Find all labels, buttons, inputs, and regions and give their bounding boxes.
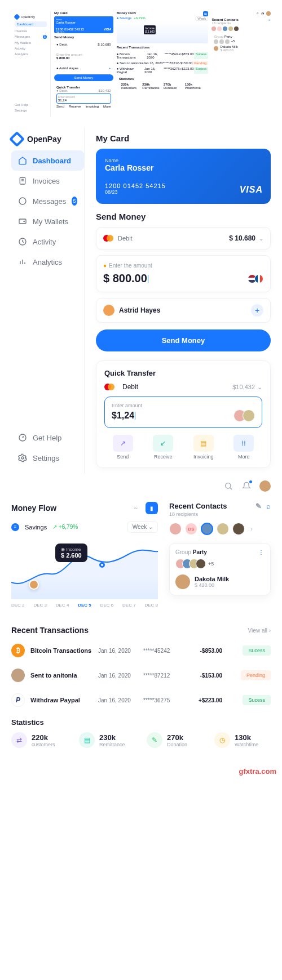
edit-icon[interactable]: ✎	[255, 502, 262, 510]
nav-label: Dashboard	[33, 157, 71, 165]
transaction-row[interactable]: ₿Bitcoin TransactionsJan 16, 2020*****45…	[0, 638, 282, 663]
amount-input-card: ●Enter the amount $ 800.00	[96, 255, 271, 292]
chevron-down-icon: ⌄	[259, 235, 263, 242]
transaction-name: Sent to anitonia	[30, 672, 92, 679]
nav-activity[interactable]: Activity	[11, 231, 84, 252]
dashboard-thumbnail: OpenPay Dashboard Invoices Messages5 My …	[11, 11, 271, 117]
search-icon[interactable]: ⌕	[266, 502, 271, 510]
svg-rect-4	[19, 219, 26, 224]
transaction-status: Sucess	[243, 645, 271, 656]
currency-selector[interactable]	[250, 274, 263, 283]
visa-logo: VISA	[240, 185, 263, 195]
transaction-row[interactable]: ● Bitcoin TransactionsJan 16, 2020*****4…	[117, 51, 209, 60]
nav-help[interactable]: Get Help	[15, 102, 47, 108]
nav-dashboard[interactable]: Dashboard	[15, 21, 47, 27]
contacts-title: Recent Contacts	[169, 502, 227, 510]
amount-input[interactable]: $ 800.00	[103, 272, 147, 285]
nav-settings[interactable]: Settings	[15, 108, 47, 113]
gear-icon	[18, 453, 27, 462]
trend-icon[interactable]: ～	[130, 502, 142, 514]
person-name: Dakota Milk	[195, 576, 229, 582]
document-icon	[18, 176, 27, 185]
avatar[interactable]	[266, 11, 271, 16]
quick-more-button[interactable]: ⁞⁞More	[226, 435, 263, 460]
card-expiry: 08/23	[105, 189, 262, 195]
nav-activity[interactable]: Activity	[15, 46, 47, 51]
credit-card[interactable]: Name Carla Rosser 1200 01452 54215 08/23…	[96, 149, 271, 204]
quick-transfer-card: Quick Transfer Debit $10,432 ⌄ Enter amo…	[96, 360, 271, 468]
quick-amount-input[interactable]: Enter amount $1,24	[104, 397, 262, 428]
logo[interactable]: OpenPay	[11, 133, 84, 150]
stat-icon: ⇄	[11, 732, 27, 748]
profile-avatar[interactable]	[259, 480, 271, 492]
debit-label: Debit	[118, 235, 133, 242]
stat-icon: ▤	[79, 732, 95, 748]
nav-label: Get Help	[33, 434, 61, 442]
quick-amount-input[interactable]: Enter amount$1,24	[56, 93, 111, 104]
stat-value: 230k	[99, 733, 125, 742]
group-avatars: +5	[175, 559, 265, 569]
add-recipient-button[interactable]: +	[251, 304, 263, 317]
contact-avatar[interactable]: DS	[185, 523, 197, 535]
contact-avatar[interactable]	[169, 523, 182, 535]
transaction-row[interactable]: Sent to anitoniaJan 16, 2020*****87212-$…	[0, 663, 282, 688]
nav-messages[interactable]: Messages5	[15, 34, 47, 40]
transaction-row[interactable]: ● Withdraw PaypalJan 16, 2020*****36275+…	[117, 66, 209, 75]
transaction-card: *****36275	[143, 697, 183, 703]
nav-analytics[interactable]: Analytics	[15, 51, 47, 57]
bell-icon[interactable]: ◔	[261, 11, 264, 16]
nav-dashboard[interactable]: Dashboard	[11, 150, 84, 171]
chart-icon	[18, 257, 27, 266]
transaction-row[interactable]: ● Sent to anitoniaJan 16, 2020*****87212…	[117, 60, 209, 66]
bar-chart-icon[interactable]: ▮	[146, 502, 158, 514]
send-money-button[interactable]: Send Money	[96, 329, 271, 351]
recipient-row[interactable]: ● Astrid Hayes+	[54, 64, 113, 72]
quick-method-selector[interactable]: Debit $10,432 ⌄	[104, 383, 262, 391]
nav-wallets[interactable]: My Wallets	[11, 211, 84, 231]
notification-icon[interactable]	[241, 481, 252, 491]
search-icon[interactable]	[223, 481, 233, 491]
range-selector[interactable]: Week ⌄	[127, 521, 158, 533]
nav-settings[interactable]: Settings	[11, 448, 84, 468]
stat-item: ◷130kWatchtime	[214, 732, 271, 748]
contact-avatar[interactable]	[232, 523, 245, 535]
nav-wallets[interactable]: My Wallets	[15, 40, 47, 46]
transaction-status: Pending	[241, 670, 271, 680]
nav-label: Activity	[33, 238, 56, 246]
quick-receive-button[interactable]: ↙Receive	[145, 435, 182, 460]
quick-send-button[interactable]: ↗Send	[104, 435, 142, 460]
sidebar: OpenPay Dashboard Invoices Messages 5 My…	[0, 128, 85, 474]
nav-help[interactable]: Get Help	[11, 427, 84, 448]
transaction-row[interactable]: PWithdraw PaypalJan 16, 2020*****36275+$…	[0, 688, 282, 712]
nav-invoices[interactable]: Invoices	[11, 171, 84, 191]
view-all-link[interactable]: View all ›	[248, 627, 271, 634]
debit-card-selector[interactable]: ● Debit$ 10.680	[54, 41, 113, 48]
mycard-title: My Card	[96, 133, 271, 143]
nav-badge: 5	[72, 197, 77, 206]
contact-avatar[interactable]	[201, 523, 213, 535]
search-icon[interactable]: ⌕	[257, 11, 259, 16]
group-card[interactable]: GroupParty ⋮ +5 Dakota Milk $ 420.00	[169, 543, 271, 595]
nav-label: My Wallets	[33, 217, 68, 226]
nav-messages[interactable]: Messages 5	[11, 191, 84, 211]
nav-invoices[interactable]: Invoices	[15, 28, 47, 34]
recipient-selector[interactable]: Astrid Hayes +	[96, 298, 271, 323]
group-card[interactable]: Group Party +5 Dakota Milk$ 420.00	[211, 33, 271, 54]
credit-card[interactable]: Name Carla Rosser 1200 01452 5421508/23 …	[54, 16, 113, 33]
send-button[interactable]: Send Money	[54, 74, 113, 81]
chevron-right-icon[interactable]: ›	[250, 525, 253, 533]
transaction-date: Jan 16, 2020	[98, 648, 138, 654]
card-holder-name: Carla Rosser	[105, 163, 262, 172]
contact-avatar[interactable]	[217, 523, 229, 535]
chevron-down-icon: ⌄	[257, 384, 262, 391]
quick-invoicing-button[interactable]: ▤Invoicing	[185, 435, 222, 460]
svg-point-5	[24, 221, 24, 221]
transactions-title: Recent Transactions	[11, 626, 89, 635]
amount-input[interactable]: Enter the amount$ 800.00	[54, 51, 113, 62]
nav-analytics[interactable]: Analytics	[11, 252, 84, 272]
nav-label: Analytics	[33, 258, 62, 266]
more-icon: ⁞⁞	[233, 435, 254, 452]
payment-method-selector[interactable]: Debit $ 10.680 ⌄	[96, 227, 271, 250]
contacts-subtitle: 18 recipients	[169, 511, 271, 517]
menu-icon[interactable]: ⋮	[258, 549, 265, 555]
